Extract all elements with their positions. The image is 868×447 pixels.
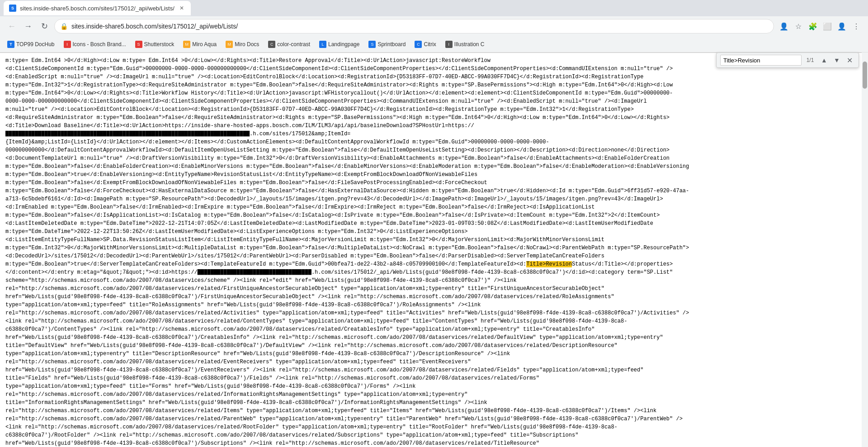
bookmark-label-bosch: Icons - Bosch Brand...	[73, 41, 126, 48]
minimize-button[interactable]: ⬜	[821, 20, 834, 33]
bookmarks-bar: T TOP99 DocHub I Icons - Bosch Brand... …	[0, 36, 868, 52]
content-area: m:type= Edm.Int64 >0</d:High><d:Low m:ty…	[0, 53, 868, 447]
bookmark-icon-bosch: I	[64, 41, 71, 48]
bookmark-icon-shutterstock: S	[135, 41, 142, 48]
nav-bar: ← → ↻ 🔒 sites.inside-share5.bosch.com/si…	[0, 16, 868, 36]
bookmark-icon-landingpage: L	[319, 41, 326, 48]
menu-button[interactable]: ⋮	[850, 20, 863, 33]
bookmark-label-shutterstock: Shutterstock	[144, 41, 175, 48]
bookmark-landingpage[interactable]: L Landingpage	[316, 39, 363, 49]
extensions-button[interactable]: 🧩	[807, 20, 819, 33]
forward-button[interactable]: →	[22, 20, 34, 33]
address-text: sites.inside-share5.bosch.com/sites/1750…	[71, 23, 768, 30]
bookmark-button[interactable]: ☆	[792, 20, 805, 33]
bookmark-icon-color-contrast: C	[268, 41, 275, 48]
search-highlight: Title>Revision	[526, 261, 572, 267]
tab-title: sites.inside-share5.bosch.com/sites/1750…	[20, 5, 175, 12]
bookmark-icon-illustration: I	[445, 41, 453, 48]
active-tab[interactable]: S sites.inside-share5.bosch.com/sites/17…	[4, 1, 191, 15]
bookmark-label-miro-aqua: Miro Aqua	[192, 41, 217, 48]
find-close-button[interactable]: ✕	[844, 55, 855, 66]
bookmark-label-color-contrast: color-contrast	[277, 41, 310, 48]
bookmark-label-landingpage: Landingpage	[328, 41, 359, 48]
bookmark-citrix[interactable]: C Citrix	[411, 39, 439, 49]
bookmark-miro-aqua[interactable]: M Miro Aqua	[179, 39, 220, 49]
scrollbar-track[interactable]	[862, 52, 868, 447]
tab-close-button[interactable]: ✕	[178, 5, 185, 12]
bookmark-label-illustration: Illustration C	[454, 41, 485, 48]
find-popup: 1/1 ▲ ▼ ✕	[716, 52, 859, 68]
bookmark-label-miro-docs: Miro Docs	[235, 41, 259, 48]
tab-favicon: S	[9, 5, 16, 12]
secure-lock-icon: 🔒	[60, 23, 68, 30]
bookmark-icon-sprintboard: S	[368, 41, 376, 48]
profile-avatar[interactable]: 👤	[835, 20, 848, 33]
bookmark-icon-miro-docs: M	[226, 41, 233, 48]
bookmark-color-contrast[interactable]: C color-contrast	[264, 39, 314, 49]
bookmark-icon-citrix: C	[415, 41, 422, 48]
profile-button[interactable]: 👤	[778, 20, 790, 33]
reload-button[interactable]: ↻	[38, 20, 51, 33]
back-button[interactable]: ←	[5, 20, 18, 33]
bookmark-label-top99: TOP99 DocHub	[16, 41, 55, 48]
bookmark-icon-miro-aqua: M	[183, 41, 190, 48]
bookmark-miro-docs[interactable]: M Miro Docs	[222, 39, 263, 49]
find-next-button[interactable]: ▼	[831, 55, 842, 66]
bookmark-illustration[interactable]: I Illustration C	[442, 39, 488, 49]
nav-icons-right: 👤 ☆ 🧩 ⬜ 👤 ⋮	[778, 20, 863, 33]
bookmark-top99dochub[interactable]: T TOP99 DocHub	[4, 39, 58, 49]
bookmark-sprintboard[interactable]: S Sprintboard	[365, 39, 409, 49]
bookmark-label-citrix: Citrix	[424, 41, 436, 48]
find-prev-button[interactable]: ▲	[819, 55, 830, 66]
bookmark-shutterstock[interactable]: S Shutterstock	[132, 39, 178, 49]
bookmark-icons-bosch[interactable]: I Icons - Bosch Brand...	[60, 39, 130, 49]
find-count: 1/1	[803, 57, 817, 63]
browser-chrome: S sites.inside-share5.bosch.com/sites/17…	[0, 0, 868, 53]
scrollbar-thumb[interactable]	[863, 62, 867, 89]
tab-bar: S sites.inside-share5.bosch.com/sites/17…	[0, 0, 868, 16]
address-bar[interactable]: 🔒 sites.inside-share5.bosch.com/sites/17…	[54, 19, 774, 33]
bookmark-label-sprintboard: Sprintboard	[377, 41, 406, 48]
find-input[interactable]	[720, 55, 802, 66]
bookmark-icon-top99: T	[7, 41, 14, 48]
